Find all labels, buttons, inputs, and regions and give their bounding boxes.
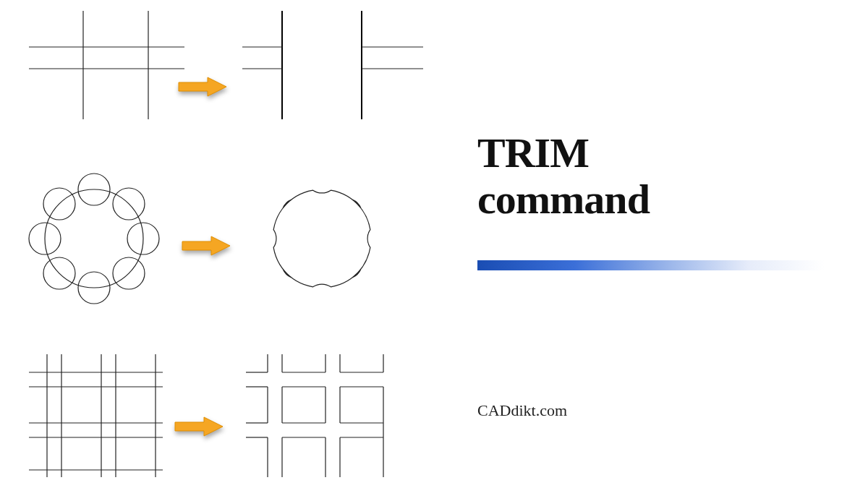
row2-after [250, 166, 394, 311]
svg-marker-20 [182, 236, 230, 255]
title-line-2: command [477, 176, 650, 223]
row1-after [239, 7, 427, 123]
diagram-column [0, 0, 434, 488]
svg-marker-31 [175, 417, 223, 436]
diagram-row-2 [22, 166, 427, 311]
row2-before [22, 166, 166, 311]
page-title: TRIM command [477, 130, 650, 223]
credit-text: CADdikt.com [477, 401, 567, 420]
text-column: TRIM command CADdikt.com [477, 0, 868, 488]
diagram-row-1 [22, 7, 427, 130]
title-line-1: TRIM [477, 129, 589, 176]
diagram-row-3 [22, 347, 427, 484]
title-underline [477, 260, 825, 270]
arrow-icon [177, 76, 228, 98]
arrow-icon [174, 416, 224, 437]
row3-after [239, 347, 398, 484]
arrow-icon [181, 235, 231, 257]
svg-marker-4 [179, 77, 226, 96]
row1-before [22, 7, 188, 123]
row3-before [22, 347, 166, 484]
svg-point-11 [45, 189, 143, 288]
